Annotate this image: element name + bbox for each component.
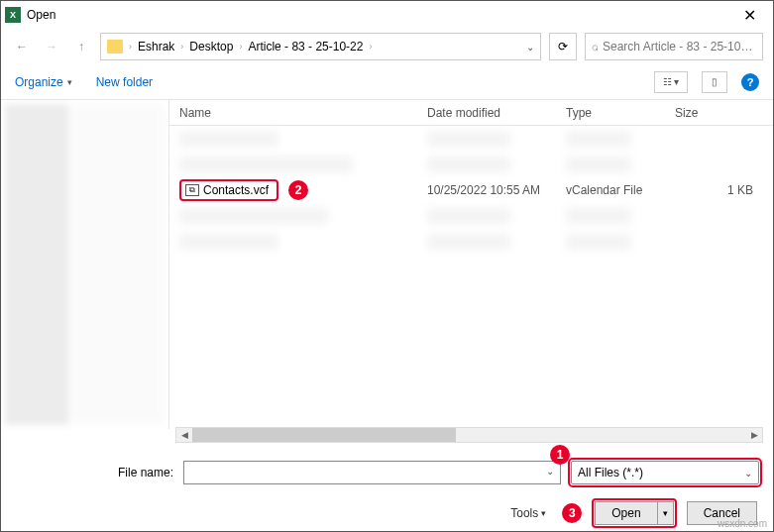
- up-button[interactable]: ↑: [70, 36, 92, 57]
- search-placeholder: Search Article - 83 - 25-10-22: [603, 40, 756, 53]
- file-type: vCalendar File: [566, 183, 675, 197]
- file-date: 10/25/2022 10:55 AM: [427, 183, 566, 197]
- folder-tree[interactable]: [1, 100, 169, 429]
- list-item-contacts[interactable]: ⧉ Contacts.vcf 2 10/25/2022 10:55 AM vCa…: [169, 177, 773, 203]
- address-bar[interactable]: › Eshrak › Desktop › Article - 83 - 25-1…: [100, 33, 541, 60]
- help-button[interactable]: ?: [741, 73, 759, 91]
- file-list-header: Name Date modified Type Size: [169, 100, 773, 126]
- footer: File name: ⌄ All Files (*.*) ⌄ Tools ▾ 3…: [1, 449, 773, 532]
- folder-icon: [107, 40, 123, 53]
- list-item[interactable]: [169, 152, 773, 177]
- chevron-down-icon: ▾: [67, 77, 72, 87]
- scroll-right-icon[interactable]: ▶: [746, 428, 762, 442]
- search-icon: ⌕: [592, 40, 599, 53]
- file-size: 1 KB: [675, 183, 773, 197]
- tools-button[interactable]: Tools ▾: [510, 506, 546, 520]
- vcard-icon: ⧉: [185, 184, 199, 196]
- watermark: wsxdn.com: [718, 518, 767, 529]
- list-item[interactable]: [169, 126, 773, 152]
- annotation-badge: 2: [288, 180, 308, 200]
- chevron-right-icon: ›: [369, 42, 372, 52]
- toolbar: Organize ▾ New folder ☷ ▾ ▯ ?: [1, 64, 773, 100]
- main-area: Name Date modified Type Size: [1, 100, 773, 429]
- open-button[interactable]: Open: [595, 501, 657, 525]
- open-split-menu[interactable]: ▾: [658, 501, 674, 525]
- chevron-right-icon: ›: [129, 42, 132, 52]
- chevron-down-icon[interactable]: ⌄: [546, 466, 554, 477]
- close-button[interactable]: ✕: [729, 1, 769, 29]
- chevron-down-icon: ⌄: [744, 468, 752, 479]
- scroll-thumb[interactable]: [192, 428, 456, 442]
- breadcrumb-seg[interactable]: Eshrak: [138, 40, 174, 53]
- nav-row: ← → ↑ › Eshrak › Desktop › Article - 83 …: [1, 29, 773, 64]
- chevron-right-icon: ›: [180, 42, 183, 52]
- breadcrumb-seg[interactable]: Article - 83 - 25-10-22: [248, 40, 363, 53]
- filename-label: File name:: [15, 466, 173, 479]
- window-title: Open: [27, 8, 729, 22]
- refresh-button[interactable]: ⟳: [549, 33, 577, 60]
- forward-button[interactable]: →: [41, 36, 62, 57]
- annotation-badge: 3: [562, 503, 582, 523]
- search-input[interactable]: ⌕ Search Article - 83 - 25-10-22: [585, 33, 763, 60]
- col-name[interactable]: Name: [169, 106, 427, 120]
- col-date[interactable]: Date modified: [427, 106, 566, 120]
- horizontal-scrollbar[interactable]: ◀ ▶: [175, 427, 763, 443]
- filename-input[interactable]: ⌄: [183, 461, 561, 484]
- chevron-down-icon[interactable]: ⌄: [526, 42, 534, 53]
- preview-pane-button[interactable]: ▯: [702, 71, 727, 93]
- file-type-filter[interactable]: All Files (*.*) ⌄: [571, 461, 759, 484]
- view-mode-button[interactable]: ☷ ▾: [654, 71, 688, 93]
- breadcrumb-seg[interactable]: Desktop: [189, 40, 233, 53]
- organize-button[interactable]: Organize ▾: [15, 75, 72, 89]
- col-type[interactable]: Type: [566, 106, 675, 120]
- annotation-badge: 1: [550, 445, 570, 465]
- back-button[interactable]: ←: [11, 36, 33, 57]
- list-item[interactable]: [169, 229, 773, 255]
- chevron-down-icon: ▾: [541, 508, 546, 518]
- file-list: Name Date modified Type Size: [169, 100, 773, 429]
- excel-icon: X: [5, 7, 21, 23]
- chevron-right-icon: ›: [239, 42, 242, 52]
- list-item[interactable]: [169, 203, 773, 229]
- file-name: Contacts.vcf: [203, 183, 269, 197]
- new-folder-button[interactable]: New folder: [96, 75, 153, 89]
- title-bar: X Open ✕: [1, 1, 773, 29]
- scroll-left-icon[interactable]: ◀: [176, 428, 192, 442]
- col-size[interactable]: Size: [675, 106, 773, 120]
